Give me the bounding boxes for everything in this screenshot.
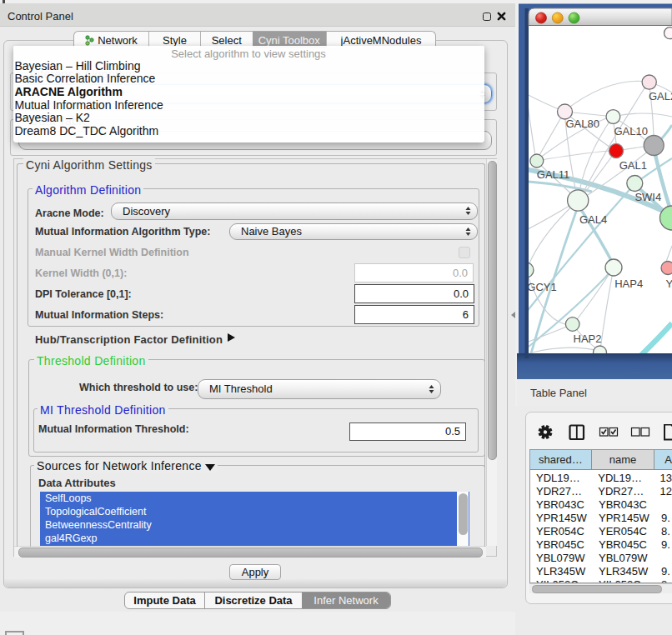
- svg-text:HAP4: HAP4: [614, 278, 643, 290]
- svg-text:GAL2: GAL2: [649, 90, 672, 102]
- svg-text:GAL10: GAL10: [614, 125, 647, 138]
- svg-text:YEL: YEL: [666, 278, 672, 290]
- svg-text:HAP2: HAP2: [574, 332, 602, 345]
- svg-text:GCY1: GCY1: [527, 281, 556, 293]
- svg-text:SWI4: SWI4: [634, 191, 661, 203]
- svg-text:GAL4: GAL4: [579, 213, 607, 226]
- svg-text:GAL80: GAL80: [565, 118, 599, 130]
- svg-text:GAL11: GAL11: [537, 168, 570, 181]
- svg-text:GAL1: GAL1: [619, 159, 647, 172]
